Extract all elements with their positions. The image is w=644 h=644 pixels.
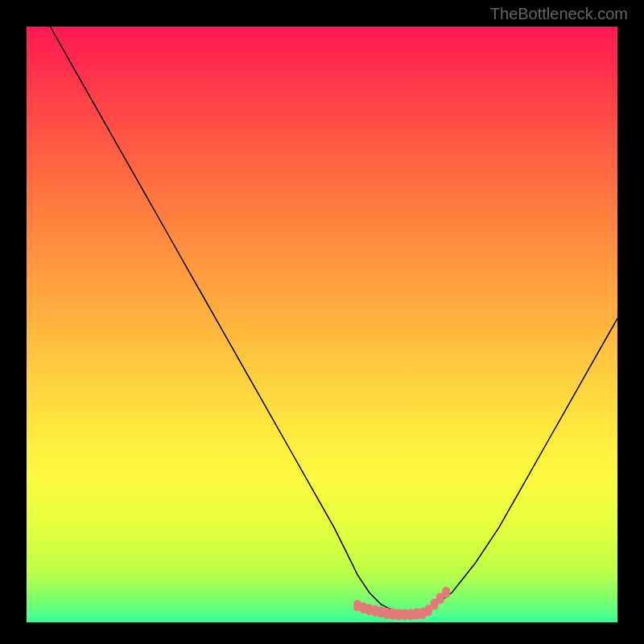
bottleneck-curve-line — [27, 27, 617, 617]
chart-overlay — [27, 27, 617, 622]
optimal-range-markers — [353, 587, 450, 620]
optimal-marker — [442, 587, 450, 598]
attribution-text: TheBottleneck.com — [490, 5, 628, 23]
chart-plot-area — [27, 27, 617, 622]
